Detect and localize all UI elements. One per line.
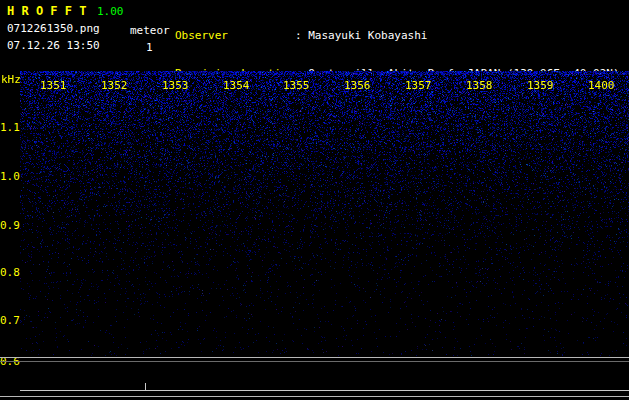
- freq-tick-label: 0.8: [0, 266, 19, 279]
- time-tick-label: 1355: [283, 79, 310, 92]
- freq-tick-label: 1.1: [0, 121, 19, 134]
- time-tick-label: 1400: [588, 79, 615, 92]
- time-tick-label: 1358: [466, 79, 493, 92]
- freq-tick-label: 0.9: [0, 219, 19, 232]
- output-filename: 0712261350.png: [7, 22, 100, 35]
- time-tick-label: 1354: [223, 79, 250, 92]
- time-tick-label: 1356: [344, 79, 371, 92]
- info-label: Observer: [175, 30, 295, 43]
- time-tick-label: 1359: [527, 79, 554, 92]
- time-tick-label: 1352: [101, 79, 128, 92]
- spectrogram-canvas: [20, 71, 629, 356]
- time-tick-label: 1351: [40, 79, 67, 92]
- info-value: : Masayuki Kobayashi: [295, 29, 427, 42]
- meter-second-line: [0, 361, 629, 362]
- hrofft-window: H R O F F T 1.00 0712261350.png meteor 0…: [0, 0, 629, 400]
- meteor-count: 1: [146, 41, 153, 54]
- app-version: 1.00: [97, 5, 124, 18]
- mode-label: meteor: [130, 24, 170, 37]
- freq-tick-label: 0.7: [0, 314, 19, 327]
- signal-level-trace: [20, 390, 629, 391]
- meter-event-tick: [145, 383, 146, 391]
- freq-unit-label: kHz: [1, 73, 21, 86]
- time-tick-label: 1353: [162, 79, 189, 92]
- meter-top-line: [0, 357, 629, 358]
- meter-bottom-line: [0, 396, 629, 397]
- app-title: H R O F F T: [7, 4, 86, 18]
- timestamp: 07.12.26 13:50: [7, 39, 100, 52]
- time-tick-label: 1357: [405, 79, 432, 92]
- info-row-observer: Observer: Masayuki Kobayashi: [175, 30, 620, 43]
- freq-tick-label: 1.0: [0, 170, 19, 183]
